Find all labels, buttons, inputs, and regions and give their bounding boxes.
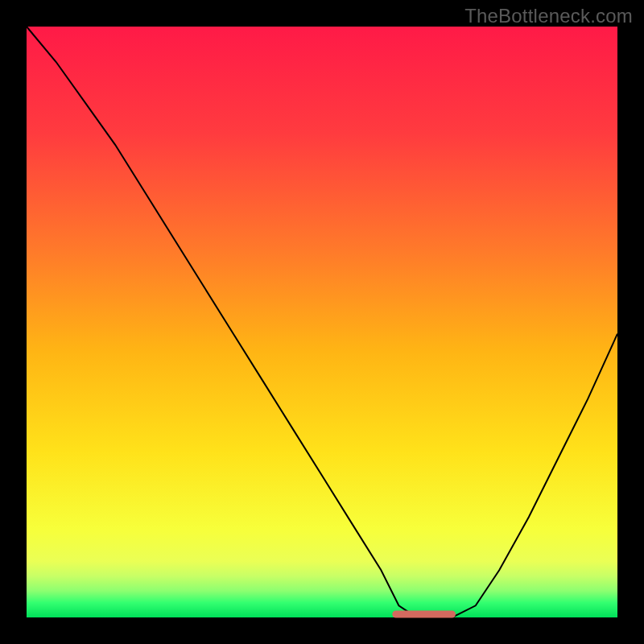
plot-background <box>27 27 617 617</box>
chart-frame: TheBottleneck.com <box>0 0 644 644</box>
watermark-text: TheBottleneck.com <box>464 5 633 27</box>
bottleneck-chart <box>0 0 644 644</box>
